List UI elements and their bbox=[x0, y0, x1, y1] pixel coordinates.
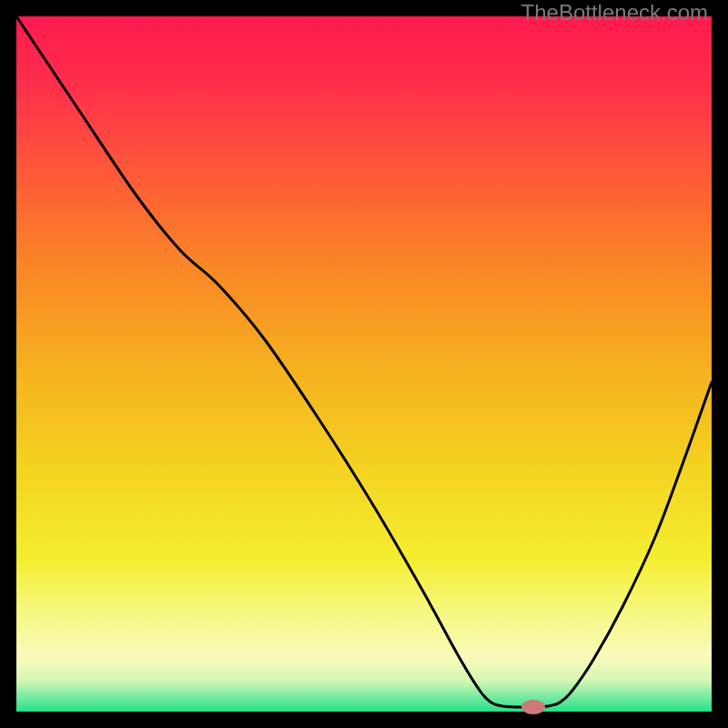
selected-point-marker bbox=[521, 700, 545, 714]
plot-background bbox=[16, 16, 712, 712]
bottleneck-chart bbox=[0, 0, 728, 728]
watermark-text: TheBottleneck.com bbox=[521, 0, 708, 25]
